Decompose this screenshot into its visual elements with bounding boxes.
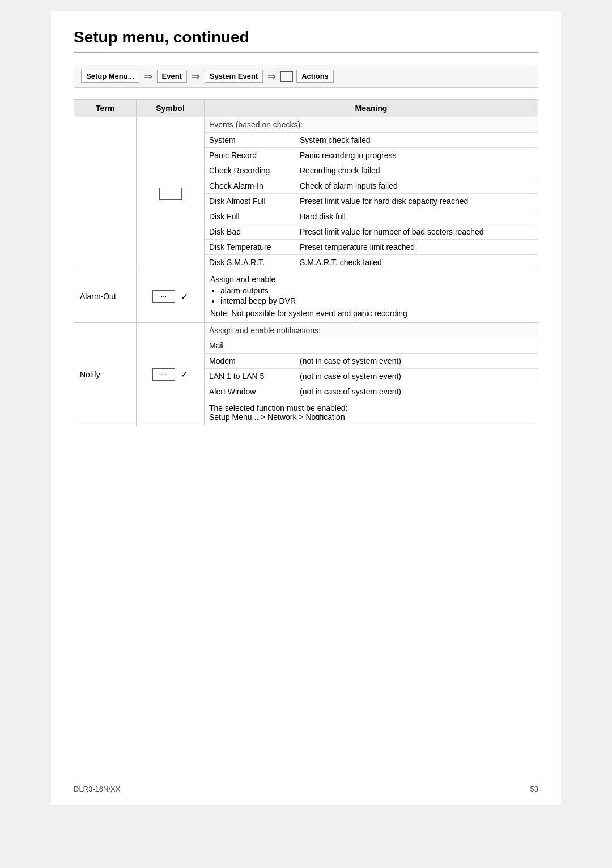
inner-disk-full-row: Disk Full Hard disk full <box>205 209 538 224</box>
notify-header: Assign and enable notifications: <box>205 323 538 338</box>
notify-mail-label: Mail <box>205 338 295 354</box>
panic-term: Panic Record <box>205 148 295 163</box>
breadcrumb-arrow-1: ⇒ <box>144 70 152 83</box>
breadcrumb-actions-box: Actions <box>280 70 334 83</box>
alarm-out-term: Alarm-Out <box>74 270 137 323</box>
alarm-out-note: Note: Not possible for system event and … <box>210 309 532 318</box>
alarm-out-check: ✓ <box>181 292 188 301</box>
notify-symbol: ... ✓ <box>137 323 205 426</box>
breadcrumb-setup-menu[interactable]: Setup Menu... <box>81 70 139 83</box>
inner-disk-almost-full-row: Disk Almost Full Preset limit value for … <box>205 194 538 209</box>
event-inner-table: Events (based on checks): System System … <box>205 117 538 270</box>
notify-footer-row: The selected function must be enabled: S… <box>205 399 538 426</box>
breadcrumb-arrow-3: ⇒ <box>267 70 276 83</box>
notify-modem-label: Modem <box>205 354 295 369</box>
disk-bad-meaning: Preset limit value for number of bad sec… <box>295 224 538 240</box>
notify-dots-box[interactable]: ... <box>152 368 175 381</box>
check-alarm-meaning: Check of alarm inputs failed <box>295 178 538 194</box>
notify-check: ✓ <box>181 369 188 379</box>
disk-temp-term: Disk Temperature <box>205 240 295 255</box>
footer-model: DLR3-16N/XX <box>74 785 120 793</box>
notify-lan-note: (not in case of system event) <box>295 369 538 384</box>
notify-lan-row: LAN 1 to LAN 5 (not in case of system ev… <box>205 369 538 384</box>
notify-footer: The selected function must be enabled: S… <box>205 399 538 426</box>
notify-lan-label: LAN 1 to LAN 5 <box>205 369 295 384</box>
main-table: Term Symbol Meaning Events (bas <box>74 99 538 426</box>
panic-meaning: Panic recording in progress <box>295 148 538 163</box>
breadcrumb-event[interactable]: Event <box>157 70 187 83</box>
notify-modem-row: Modem (not in case of system event) <box>205 354 538 369</box>
notify-footer-line1: The selected function must be enabled: <box>209 403 533 412</box>
breadcrumb-system-event[interactable]: System Event <box>205 70 263 83</box>
alarm-bullet-2: internal beep by DVR <box>220 296 532 305</box>
inner-check-alarm-row: Check Alarm-In Check of alarm inputs fai… <box>205 178 538 194</box>
alarm-out-dots-box[interactable]: ... <box>152 290 175 303</box>
disk-temp-meaning: Preset temperature limit reached <box>295 240 538 255</box>
actions-icon <box>280 71 293 82</box>
event-term <box>74 117 137 270</box>
notify-alert-row: Alert Window (not in case of system even… <box>205 384 538 399</box>
alarm-out-header: Assign and enable <box>210 275 532 284</box>
notify-row: Notify ... ✓ Assign and enable notificat… <box>74 323 538 426</box>
disk-full-term: Disk Full <box>205 209 295 224</box>
alarm-out-row: Alarm-Out ... ✓ Assign and enable alarm … <box>74 270 538 323</box>
disk-full-meaning: Hard disk full <box>295 209 538 224</box>
header-symbol: Symbol <box>137 100 205 117</box>
alarm-bullet-1: alarm outputs <box>220 286 532 295</box>
events-header: Events (based on checks): <box>205 117 538 133</box>
inner-disk-temp-row: Disk Temperature Preset temperature limi… <box>205 240 538 255</box>
disk-almost-full-meaning: Preset limit value for hard disk capacit… <box>295 194 538 209</box>
alarm-out-bullets: alarm outputs internal beep by DVR <box>210 286 532 305</box>
notify-term: Notify <box>74 323 137 426</box>
inner-panic-row: Panic Record Panic recording in progress <box>205 148 538 163</box>
system-meaning: System check failed <box>295 133 538 148</box>
header-meaning: Meaning <box>205 100 538 117</box>
event-symbol <box>137 117 205 270</box>
page-footer: DLR3-16N/XX 53 <box>74 780 538 793</box>
page-title: Setup menu, continued <box>74 28 538 53</box>
notify-alert-label: Alert Window <box>205 384 295 399</box>
check-recording-meaning: Recording check failed <box>295 163 538 178</box>
notify-alert-note: (not in case of system event) <box>295 384 538 399</box>
notify-mail-row: Mail <box>205 338 538 354</box>
event-symbol-box <box>159 188 182 200</box>
header-term: Term <box>74 100 137 117</box>
inner-check-recording-row: Check Recording Recording check failed <box>205 163 538 178</box>
notify-meaning-cell: Assign and enable notifications: Mail Mo… <box>205 323 538 426</box>
notify-mail-note <box>295 338 538 354</box>
footer-page-number: 53 <box>530 785 538 793</box>
disk-bad-term: Disk Bad <box>205 224 295 240</box>
notify-footer-line2: Setup Menu... > Network > Notification <box>209 412 533 422</box>
page: Setup menu, continued Setup Menu... ⇒ Ev… <box>51 11 561 805</box>
alarm-out-meaning: Assign and enable alarm outputs internal… <box>205 270 538 323</box>
inner-disk-smart-row: Disk S.M.A.R.T. S.M.A.R.T. check failed <box>205 255 538 270</box>
alarm-out-symbol: ... ✓ <box>137 270 205 323</box>
inner-system-row: System System check failed <box>205 133 538 148</box>
event-row: Events (based on checks): System System … <box>74 117 538 270</box>
breadcrumb-arrow-2: ⇒ <box>192 70 200 83</box>
breadcrumb: Setup Menu... ⇒ Event ⇒ System Event ⇒ A… <box>74 65 538 88</box>
inner-disk-bad-row: Disk Bad Preset limit value for number o… <box>205 224 538 240</box>
breadcrumb-actions[interactable]: Actions <box>296 70 334 83</box>
event-meaning-cell: Events (based on checks): System System … <box>205 117 538 270</box>
notify-inner-table: Assign and enable notifications: Mail Mo… <box>205 323 538 426</box>
disk-smart-meaning: S.M.A.R.T. check failed <box>295 255 538 270</box>
check-alarm-term: Check Alarm-In <box>205 178 295 194</box>
notify-header-row: Assign and enable notifications: <box>205 323 538 338</box>
system-term: System <box>205 133 295 148</box>
events-header-row: Events (based on checks): <box>205 117 538 133</box>
notify-modem-note: (not in case of system event) <box>295 354 538 369</box>
disk-almost-full-term: Disk Almost Full <box>205 194 295 209</box>
check-recording-term: Check Recording <box>205 163 295 178</box>
disk-smart-term: Disk S.M.A.R.T. <box>205 255 295 270</box>
